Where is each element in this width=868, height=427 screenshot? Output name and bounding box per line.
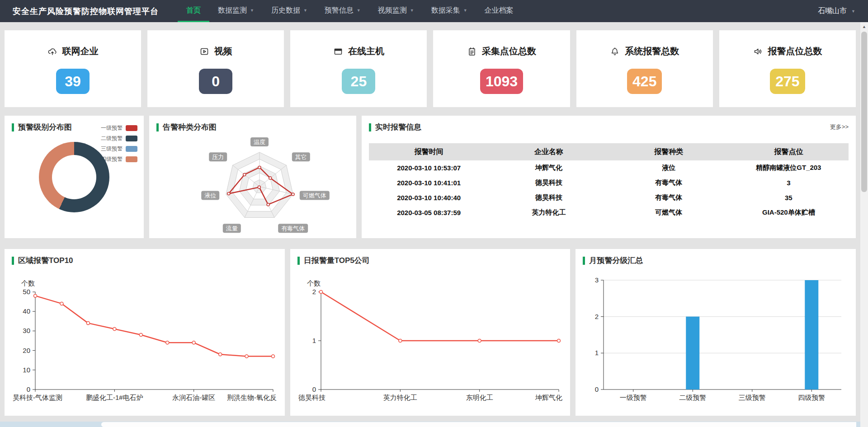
- svg-text:英力特化工: 英力特化工: [383, 394, 417, 401]
- stat-card-collection-points-total: 采集点位总数 1093: [433, 30, 570, 107]
- bottom-strip: [0, 422, 868, 427]
- stat-value-badge: 25: [342, 69, 375, 94]
- nav-item-enterprise-archives[interactable]: 企业档案: [476, 0, 522, 22]
- stat-card-online-hosts: 在线主机 25: [290, 30, 427, 107]
- svg-text:二级预警: 二级预警: [679, 394, 707, 401]
- svg-text:10: 10: [23, 366, 30, 374]
- nav-item-video-monitoring[interactable]: 视频监测 ▼: [369, 0, 423, 22]
- nav-item-data-monitoring[interactable]: 数据监测 ▼: [209, 0, 263, 22]
- stat-label: 联网企业: [62, 45, 99, 57]
- scrollbar-thumb[interactable]: [861, 32, 867, 192]
- svg-text:四级预警: 四级预警: [798, 394, 826, 401]
- svg-text:0: 0: [27, 385, 30, 393]
- stat-value-badge: 1093: [480, 69, 523, 94]
- panel-region-alarm-top10: 区域报警TOP10 01020304050个数昊科技-气体监测鹏盛化工-1#电石…: [5, 249, 285, 416]
- video-icon: [199, 47, 209, 56]
- nav-item-home[interactable]: 首页: [178, 0, 209, 22]
- nav-item-label: 视频监测: [378, 6, 407, 15]
- col-alarm-time: 报警时间: [369, 143, 489, 160]
- monthly-warning-summary-bar-chart: 0123一级预警二级预警三级预警四级预警: [583, 269, 848, 409]
- legend-item-level1[interactable]: 一级预警: [101, 123, 137, 133]
- cell-alarm-point: 精醇南罐液位GT_203: [729, 160, 849, 175]
- panel-title-text: 告警种类分布图: [163, 122, 217, 132]
- cell-alarm-type: 可燃气体: [609, 205, 729, 220]
- vertical-scrollbar[interactable]: ▲: [860, 22, 868, 427]
- more-link[interactable]: 更多>>: [830, 123, 849, 131]
- nav-item-data-collection[interactable]: 数据采集 ▼: [423, 0, 476, 22]
- svg-text:20: 20: [23, 347, 30, 354]
- monitor-icon: [333, 47, 343, 56]
- cell-alarm-point: 35: [729, 190, 849, 205]
- region-alarm-top10-line-chart: 01020304050个数昊科技-气体监测鹏盛化工-1#电石炉永润石油-罐区荆洪…: [12, 269, 277, 409]
- stat-card-video: 视频 0: [147, 30, 284, 107]
- stat-cards-row: 联网企业 39 视频 0 在线主机 25: [5, 30, 856, 107]
- cell-alarm-time: 2020-03-10 10:40:40: [369, 190, 489, 205]
- title-marker: [297, 257, 300, 265]
- nav-item-label: 预警信息: [325, 6, 354, 15]
- legend-marker: [126, 125, 137, 131]
- stat-card-connected-enterprises: 联网企业 39: [5, 30, 141, 107]
- panel-title-text: 月预警分级汇总: [589, 255, 643, 266]
- svg-text:流量: 流量: [226, 225, 238, 232]
- region-selector[interactable]: 石嘴山市 ▼: [818, 6, 855, 16]
- stat-card-system-alarms-total: 系统报警总数 425: [576, 30, 713, 107]
- col-alarm-type: 报警种类: [609, 143, 729, 160]
- cell-enterprise-name: 英力特化工: [489, 205, 609, 220]
- svg-text:荆洪生物-氧化反: 荆洪生物-氧化反: [227, 394, 277, 401]
- svg-text:坤辉气化: 坤辉气化: [535, 394, 562, 401]
- stat-value-badge: 0: [199, 69, 232, 94]
- cell-alarm-type: 有毒气体: [609, 190, 729, 205]
- legend-marker: [126, 146, 137, 152]
- svg-text:2: 2: [312, 288, 316, 296]
- stat-label: 报警点位总数: [768, 45, 822, 57]
- panel-alarm-type-distribution: 告警种类分布图 温度其它可燃气体有毒气体流量液位压力: [149, 116, 356, 238]
- bell-icon: [610, 47, 620, 56]
- svg-text:液位: 液位: [204, 192, 216, 199]
- svg-text:一级预警: 一级预警: [620, 394, 647, 401]
- table-row: 2020-03-10 10:53:07 坤辉气化 液位 精醇南罐液位GT_203: [369, 160, 849, 175]
- nav-item-warning-info[interactable]: 预警信息 ▼: [316, 0, 369, 22]
- stat-value-badge: 39: [56, 69, 90, 94]
- title-marker: [12, 257, 14, 265]
- cell-alarm-time: 2020-03-05 08:37:59: [369, 205, 489, 220]
- svg-text:可燃气体: 可燃气体: [303, 192, 326, 199]
- title-marker: [369, 123, 371, 131]
- svg-text:40: 40: [23, 307, 30, 315]
- panel-title-text: 实时报警信息: [375, 122, 421, 132]
- cell-alarm-point: 3: [729, 175, 849, 190]
- table-row: 2020-03-10 10:40:40 德昊科技 有毒气体 35: [369, 190, 849, 205]
- svg-text:3: 3: [595, 276, 599, 284]
- legend-label: 一级预警: [101, 124, 123, 132]
- nav-item-history-data[interactable]: 历史数据 ▼: [263, 0, 316, 22]
- svg-text:温度: 温度: [254, 139, 265, 145]
- svg-text:2: 2: [595, 313, 599, 320]
- col-alarm-point: 报警点位: [729, 143, 849, 160]
- title-marker: [583, 257, 585, 265]
- app-title: 安全生产风险预警防控物联网管理平台: [13, 6, 159, 17]
- clipboard-icon: [467, 47, 477, 56]
- panel-warning-level-distribution: 预警级别分布图 一级预警 二级预警 三级预警 四级预警: [5, 116, 144, 238]
- svg-text:德昊科技: 德昊科技: [298, 394, 326, 401]
- region-name: 石嘴山市: [818, 6, 847, 16]
- cell-alarm-time: 2020-03-10 10:53:07: [369, 160, 489, 175]
- table-row: 2020-03-10 10:41:01 德昊科技 有毒气体 3: [369, 175, 849, 190]
- legend-label: 二级预警: [101, 135, 123, 142]
- nav-item-label: 历史数据: [271, 6, 300, 15]
- legend-item-level3[interactable]: 三级预警: [101, 144, 137, 154]
- chevron-down-icon: ▼: [463, 8, 467, 13]
- cloud-upload-icon: [47, 47, 57, 56]
- svg-text:0: 0: [595, 385, 599, 393]
- scroll-up-button[interactable]: ▲: [860, 22, 868, 31]
- realtime-alarm-table: 报警时间 企业名称 报警种类 报警点位 2020-03-10 10:53:07 …: [369, 143, 849, 220]
- cell-alarm-type: 液位: [609, 160, 729, 175]
- svg-text:0: 0: [312, 385, 316, 393]
- panel-title-text: 区域报警TOP10: [18, 255, 73, 266]
- cell-alarm-type: 有毒气体: [609, 175, 729, 190]
- nav-menu: 首页 数据监测 ▼ 历史数据 ▼ 预警信息 ▼ 视频监测 ▼ 数据采集 ▼ 企业…: [178, 0, 522, 22]
- panel-title-text: 预警级别分布图: [18, 122, 72, 132]
- legend-item-level2[interactable]: 二级预警: [101, 133, 137, 144]
- chevron-down-icon: ▼: [357, 8, 361, 13]
- cell-enterprise-name: 坤辉气化: [489, 160, 609, 175]
- bottom-strip-inner: [101, 422, 856, 427]
- legend-marker: [126, 136, 137, 141]
